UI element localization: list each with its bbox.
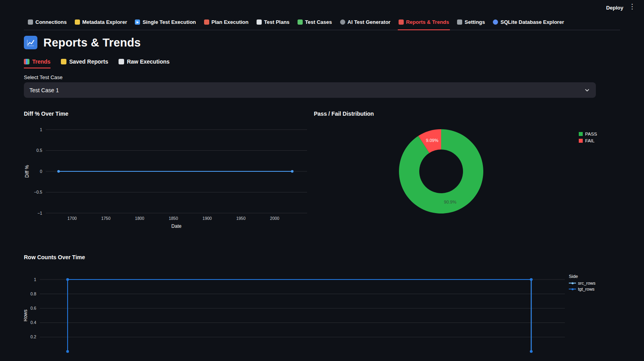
line-marker-icon: [569, 281, 576, 285]
legend-label: PASS: [585, 132, 597, 136]
nav-item-metadata-explorer[interactable]: Metadata Explorer: [71, 17, 131, 30]
page-title-row: Reports & Trends: [24, 36, 141, 49]
legend-item-tgt-rows[interactable]: tgt_rows: [569, 287, 595, 291]
clipboard-icon: [257, 19, 262, 25]
legend-label: FAIL: [585, 138, 595, 143]
svg-text:0: 0: [40, 169, 42, 174]
page-title: Reports & Trends: [43, 36, 141, 49]
nav-item-label: Metadata Explorer: [82, 19, 127, 25]
clipboard-icon: [119, 59, 124, 64]
pass-fail-donut-chart[interactable]: 90.9%9.09%: [314, 118, 576, 234]
plug-icon: [28, 19, 33, 25]
select-test-case-label: Select Test Case: [24, 74, 62, 80]
svg-text:1850: 1850: [169, 216, 178, 221]
tab-saved-reports[interactable]: Saved Reports: [61, 58, 108, 68]
nav-item-label: Connections: [35, 19, 67, 25]
svg-text:1950: 1950: [236, 216, 246, 221]
nav-item-label: Test Plans: [264, 19, 290, 25]
nav-item-label: Single Test Execution: [142, 19, 196, 25]
kebab-menu-icon[interactable]: ⋮: [628, 3, 636, 11]
chevron-down-icon: [584, 87, 590, 93]
pass-fail-chart-title: Pass / Fail Distribution: [314, 111, 374, 117]
crystal-ball-icon: [493, 19, 498, 25]
svg-text:1900: 1900: [202, 216, 212, 221]
nav-item-label: Plan Execution: [212, 19, 249, 25]
diff-over-time-chart[interactable]: 10.50−0.5−11700175018001850190019502000D…: [24, 118, 308, 234]
diff-chart-title: Diff % Over Time: [24, 111, 68, 117]
svg-text:0.5: 0.5: [36, 148, 42, 153]
nav-item-label: SQLite Database Explorer: [500, 19, 564, 25]
bar-chart-icon: [24, 59, 29, 64]
svg-text:90.9%: 90.9%: [444, 200, 456, 204]
nav-item-single-test-execution[interactable]: Single Test Execution: [131, 17, 200, 30]
nav-item-settings[interactable]: Settings: [453, 17, 489, 30]
line-marker-icon: [569, 287, 576, 291]
row-counts-chart-title: Row Counts Over Time: [24, 254, 85, 260]
svg-text:−1: −1: [37, 211, 42, 215]
nav-item-label: Settings: [465, 19, 485, 25]
rocket-icon: [204, 19, 209, 25]
pencil-icon: [298, 19, 303, 25]
svg-text:1750: 1750: [101, 216, 111, 221]
nav-item-label: Test Cases: [305, 19, 332, 25]
main-nav: Connections Metadata Explorer Single Tes…: [24, 17, 620, 30]
svg-text:1: 1: [34, 277, 36, 282]
chart-increasing-icon: [399, 19, 404, 25]
svg-text:Date: Date: [171, 223, 182, 229]
nav-item-plan-execution[interactable]: Plan Execution: [200, 17, 253, 30]
report-tabs: Trends Saved Reports Raw Executions: [24, 58, 169, 68]
folder-icon: [75, 19, 80, 25]
test-case-select-value: Test Case 1: [29, 87, 59, 93]
tab-raw-executions[interactable]: Raw Executions: [119, 58, 169, 68]
deploy-button[interactable]: Deploy: [604, 3, 626, 12]
tab-label: Saved Reports: [69, 58, 108, 65]
nav-item-test-plans[interactable]: Test Plans: [253, 17, 294, 30]
nav-item-ai-test-generator[interactable]: AI Test Generator: [336, 17, 395, 30]
svg-text:Rows: Rows: [24, 309, 28, 321]
robot-icon: [340, 19, 345, 25]
svg-text:−0.5: −0.5: [34, 190, 42, 194]
svg-text:1700: 1700: [68, 216, 77, 221]
svg-text:2000: 2000: [270, 216, 280, 221]
tab-label: Trends: [32, 58, 51, 65]
legend-item-src-rows[interactable]: src_rows: [569, 281, 595, 285]
tab-trends[interactable]: Trends: [24, 58, 51, 68]
legend-label: tgt_rows: [578, 287, 595, 291]
svg-text:Diff %: Diff %: [24, 165, 30, 178]
svg-text:1800: 1800: [135, 216, 144, 221]
nav-item-reports-trends[interactable]: Reports & Trends: [395, 17, 453, 30]
legend-item-fail[interactable]: FAIL: [579, 138, 597, 143]
svg-text:1: 1: [40, 127, 42, 132]
legend-item-pass[interactable]: PASS: [579, 132, 597, 136]
legend-swatch: [579, 139, 583, 143]
legend-label: src_rows: [578, 281, 595, 285]
nav-item-connections[interactable]: Connections: [24, 17, 71, 30]
nav-item-label: AI Test Generator: [348, 19, 391, 25]
tab-label: Raw Executions: [127, 58, 169, 65]
nav-item-test-cases[interactable]: Test Cases: [294, 17, 336, 30]
test-case-select[interactable]: Test Case 1: [24, 82, 596, 98]
svg-text:0.8: 0.8: [30, 291, 36, 296]
legend-swatch: [579, 132, 583, 136]
nav-item-label: Reports & Trends: [406, 19, 449, 25]
play-icon: [135, 19, 140, 25]
folder-icon: [61, 59, 66, 64]
gear-icon: [457, 19, 462, 25]
legend-title: Side: [569, 274, 595, 279]
row-counts-chart[interactable]: 10.80.60.40.2Rows: [24, 262, 623, 361]
svg-text:0.2: 0.2: [30, 334, 36, 339]
svg-text:9.09%: 9.09%: [426, 138, 438, 143]
svg-text:0.4: 0.4: [30, 320, 36, 325]
chart-increasing-icon: [24, 36, 37, 49]
pass-fail-legend: PASS FAIL: [579, 132, 597, 143]
row-counts-legend: Side src_rows tgt_rows: [569, 274, 595, 293]
nav-item-sqlite-database-explorer[interactable]: SQLite Database Explorer: [489, 17, 568, 30]
svg-text:0.6: 0.6: [30, 306, 36, 311]
